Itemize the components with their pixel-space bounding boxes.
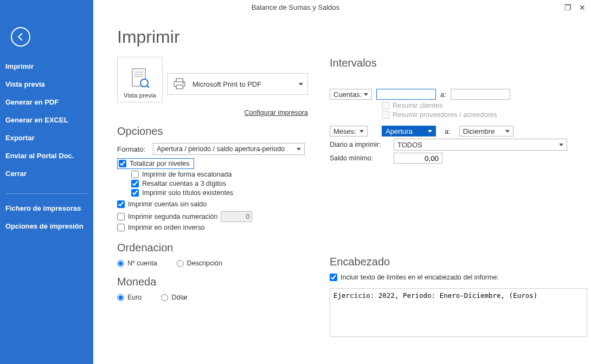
saldo-min-input[interactable] [394,153,442,164]
section-ordenacion: Ordenacion [117,242,308,254]
a-label-2: a: [445,127,451,135]
segunda-num-input[interactable] [221,211,252,222]
sidebar-footer-item[interactable]: Fichero de impresoras [0,199,93,217]
sidebar-item[interactable]: Imprimir [0,57,93,75]
resumir-clientes-checkbox: Resumir clientes [382,102,442,109]
moneda-opt1-label: Euro [127,294,142,301]
solo-titulos-label: Imprimir solo títulos existentes [142,189,233,197]
resumir-clientes-label: Resumir clientes [393,102,442,109]
meses-combo[interactable]: Meses: [330,126,368,136]
svg-point-4 [140,79,148,87]
sidebar-separator [5,193,88,194]
section-opciones: Opciones [117,125,308,138]
escalonada-label: Imprimir de forma escalonada [142,171,232,178]
cuentas-label: Cuentas: [333,90,362,99]
segunda-num-label: Imprimir segunda numeración [128,213,217,220]
resumir-prov-label: Resumir proveedores / acreedores [393,111,497,119]
formato-value: Apertura / periodo / saldo apertura-peri… [157,145,285,153]
sidebar-item[interactable]: Cerrar [0,165,93,183]
mes-desde-value: Apertura [386,127,413,135]
diario-label: Diario a imprimir: [330,141,389,148]
section-moneda: Moneda [117,276,308,288]
section-intervalos: Intervalos [330,57,587,69]
totalizar-label: Totalizar por niveles [130,160,189,167]
mes-desde-select[interactable]: Apertura [382,126,436,136]
segunda-num-checkbox[interactable]: Imprimir segunda numeración [117,213,217,220]
chevron-down-icon [297,148,301,151]
back-button[interactable] [11,27,30,47]
resumir-prov-checkbox: Resumir proveedores / acreedores [382,111,497,119]
cuentas-desde-input[interactable] [376,89,436,100]
moneda-opt2-label: Dólar [171,294,188,301]
svg-rect-7 [176,79,183,82]
moneda-dolar-radio[interactable]: Dólar [161,294,188,301]
svg-point-9 [183,82,184,84]
sidebar-footer-item[interactable]: Opciones de impresión [0,217,93,235]
sidebar-item[interactable]: Enviar al Portal Doc. [0,147,93,165]
formato-label: Formato: [117,145,150,153]
ord-opt1-label: Nº cuenta [127,259,157,267]
sidebar-item[interactable]: Exportar [0,129,93,147]
svg-rect-8 [176,85,183,89]
sin-saldo-label: Imprimir cuentas sin saldo [128,200,207,208]
totalizar-checkbox[interactable]: Totalizar por niveles [119,160,189,167]
mes-hasta-value: Diciembre [463,127,495,135]
preview-label: Vista previa [124,92,156,99]
sidebar-item[interactable]: Generar en PDF [0,93,93,111]
configure-printer-link[interactable]: Configurar impresora [117,109,308,116]
ordenacion-cuenta-radio[interactable]: Nº cuenta [117,259,157,267]
page-title: Imprimir [117,27,580,47]
printer-icon [172,78,187,90]
meses-label: Meses: [333,127,356,135]
printer-name: Microsoft Print to PDF [192,80,261,88]
page-preview-icon [130,66,150,92]
chevron-down-icon [364,93,368,96]
totalizar-highlight: Totalizar por niveles [117,158,194,169]
formato-select[interactable]: Apertura / periodo / saldo apertura-peri… [153,143,305,155]
sidebar: Imprimir Vista previa Generar en PDF Gen… [0,0,93,364]
incluir-limites-checkbox[interactable]: Incluir texto de límites en el encabezad… [330,274,499,281]
resaltar3-label: Resaltar cuentas a 3 dígitos [142,180,226,187]
escalonada-checkbox[interactable]: Imprimir de forma escalonada [131,171,232,178]
sidebar-item[interactable]: Vista previa [0,75,93,93]
diario-select[interactable]: TODOS [394,139,567,151]
chevron-down-icon [428,130,432,133]
solo-titulos-checkbox[interactable]: Imprimir solo títulos existentes [131,189,233,197]
incluir-limites-label: Incluir texto de límites en el encabezad… [341,274,499,281]
section-encabezado: Encabezado [330,256,587,268]
cuentas-hasta-input[interactable] [451,89,510,100]
arrow-left-icon [16,32,25,42]
mes-hasta-select[interactable]: Diciembre [459,126,513,136]
sin-saldo-checkbox[interactable]: Imprimir cuentas sin saldo [117,200,207,208]
chevron-down-icon [559,144,563,146]
chevron-down-icon [299,83,303,86]
ordenacion-descripcion-radio[interactable]: Descripción [177,259,222,267]
orden-inverso-label: Imprimir en orden inverso [128,224,205,231]
orden-inverso-checkbox[interactable]: Imprimir en orden inverso [117,224,205,231]
sidebar-item[interactable]: Generar en EXCEL [0,111,93,129]
resaltar3-checkbox[interactable]: Resaltar cuentas a 3 dígitos [131,180,226,187]
moneda-euro-radio[interactable]: Euro [117,294,142,301]
ord-opt2-label: Descripción [187,259,222,267]
encabezado-textarea[interactable] [330,288,587,337]
svg-line-5 [147,86,149,88]
a-label: a: [440,90,446,99]
chevron-down-icon [505,130,510,133]
chevron-down-icon [359,130,364,133]
print-preview-button[interactable]: Vista previa [117,57,163,102]
diario-value: TODOS [397,141,422,149]
printer-selector[interactable]: Microsoft Print to PDF [167,73,308,95]
saldo-min-label: Saldo mínimo: [330,154,389,162]
cuentas-combo[interactable]: Cuentas: [330,89,372,100]
